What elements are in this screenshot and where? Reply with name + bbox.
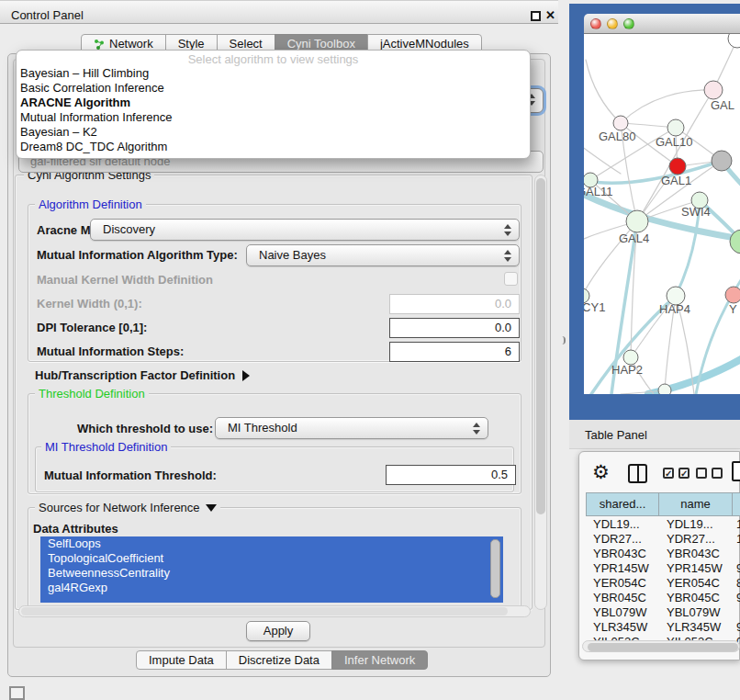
algorithm-definition-title: Algorithm Definition — [35, 198, 146, 211]
algorithm-option[interactable]: Basic Correlation Inference — [17, 81, 530, 96]
table-cell: YLR345W — [659, 620, 733, 635]
settings-hscrollbar[interactable] — [18, 605, 531, 617]
attribute-item[interactable]: BetweennessCentrality — [40, 566, 503, 581]
table-cell: 8. — [733, 576, 740, 591]
cyni-mode-tabs: Impute DataDiscretize DataInfer Network — [136, 650, 428, 670]
kernel-width-field[interactable]: 0.0 — [389, 294, 520, 314]
table-cell: YER054C — [659, 576, 733, 591]
table-row[interactable]: YPR145WYPR145W9. — [586, 561, 740, 576]
network-node-gal1[interactable] — [669, 158, 686, 175]
table-cell: YBR043C — [659, 547, 733, 561]
table-row[interactable]: YLR345WYLR345W9. — [586, 620, 740, 635]
table-hscrollbar[interactable] — [582, 640, 740, 652]
mac-close-icon[interactable] — [590, 18, 601, 29]
settings-vscrollbar-thumb[interactable] — [536, 178, 545, 514]
minimized-panel-icon[interactable] — [9, 686, 25, 700]
data-attributes-label: Data Attributes — [33, 522, 118, 536]
document-icon[interactable] — [732, 461, 740, 481]
network-node-node-bottom[interactable] — [658, 384, 671, 394]
data-attributes-list[interactable]: SelfLoopsTopologicalCoefficientBetweenne… — [40, 536, 503, 603]
table-row[interactable]: YBR043CYBR043C — [586, 547, 740, 561]
table-cell: YLR345W — [586, 620, 659, 635]
table-cell: YDR27... — [659, 532, 733, 547]
network-node-label: GCY1 — [584, 300, 605, 314]
network-node-big-green[interactable] — [730, 230, 740, 254]
deselect-checkbox-icon[interactable] — [696, 468, 707, 479]
apply-button[interactable]: Apply — [246, 621, 310, 641]
table-row[interactable]: YDR27...YDR27...12 — [586, 532, 740, 547]
settings-vscrollbar[interactable] — [534, 175, 547, 610]
sources-title: Sources for Network Inference — [39, 501, 200, 514]
splitter-handle[interactable] — [561, 336, 566, 344]
table-hscrollbar-thumb[interactable] — [588, 643, 738, 651]
aracne-mode-combo[interactable]: Discovery — [90, 219, 520, 241]
aracne-mode-value: Discovery — [103, 222, 155, 236]
split-columns-icon[interactable] — [628, 464, 647, 483]
network-node-label: SWI4 — [681, 205, 711, 219]
deselect-checkbox-icon[interactable] — [712, 468, 723, 479]
collapsed-arrow-icon — [242, 370, 250, 381]
mac-minimize-icon[interactable] — [607, 18, 618, 29]
select-all-checkbox-icon[interactable]: ✓ — [663, 468, 674, 479]
network-node-gal10[interactable] — [667, 119, 684, 136]
mi-steps-field[interactable]: 6 — [389, 342, 520, 362]
which-threshold-label: Which threshold to use: — [77, 422, 213, 435]
algorithm-option[interactable]: Bayesian – K2 — [17, 125, 530, 140]
select-all-checkbox-icon[interactable]: ✓ — [678, 468, 690, 479]
attribute-item[interactable]: SelfLoops — [40, 536, 503, 551]
mi-steps-label: Mutual Information Steps: — [37, 344, 184, 358]
attribute-item[interactable]: TopologicalCoefficient — [40, 551, 503, 566]
network-node-label: HAP2 — [611, 363, 643, 377]
column-header-1[interactable]: shared... — [586, 492, 659, 516]
tab-discretize-data[interactable]: Discretize Data — [226, 650, 332, 670]
network-node-gal-partial[interactable] — [704, 81, 723, 99]
tab-impute-data[interactable]: Impute Data — [136, 650, 227, 670]
expanded-arrow-icon — [206, 504, 217, 512]
kernel-width-label: Kernel Width (0,1): — [37, 297, 142, 310]
network-node-gray-node[interactable] — [712, 151, 732, 171]
table-cell — [733, 605, 740, 620]
table-body: YDL19...YDL19...13YDR27...YDR27...12YBR0… — [586, 517, 740, 642]
mi-threshold-label: Mutual Information Threshold: — [44, 469, 217, 482]
mi-threshold-field[interactable]: 0.5 — [386, 465, 516, 485]
which-threshold-combo[interactable]: MI Threshold — [215, 417, 488, 439]
table-cell: 9. — [733, 561, 740, 576]
manual-kernel-checkbox[interactable] — [504, 272, 518, 286]
column-header-3[interactable]: A — [733, 492, 740, 516]
algorithm-option[interactable]: ARACNE Algorithm — [17, 96, 530, 110]
mi-algorithm-type-combo[interactable]: Naive Bayes — [246, 244, 520, 266]
control-panel-titlebar[interactable] — [0, 0, 558, 24]
settings-hscrollbar-thumb[interactable] — [21, 607, 508, 615]
network-node-y-partial[interactable] — [725, 287, 740, 303]
mac-zoom-icon[interactable] — [623, 18, 634, 29]
hub-definition-toggle[interactable]: Hub/Transcription Factor Definition — [35, 368, 250, 382]
attribute-item[interactable]: gal4RGexp — [40, 581, 503, 595]
network-canvas[interactable]: GALGAL80GAL10GAL1GAL11SWI4GAL4GCY1HAP4YH… — [584, 34, 740, 394]
column-header-2[interactable]: name — [659, 492, 733, 516]
gear-icon[interactable]: ⚙ — [592, 461, 610, 483]
algorithm-option[interactable]: Dream8 DC_TDC Algorithm — [17, 140, 530, 154]
network-node-label: GAL80 — [599, 130, 635, 143]
algorithm-option[interactable]: Mutual Information Inference — [17, 110, 530, 125]
network-edge — [586, 60, 621, 123]
attributes-scrollbar-thumb[interactable] — [490, 539, 500, 598]
dpi-tolerance-field[interactable]: 0.0 — [389, 318, 520, 338]
table-cell: YDL19... — [659, 517, 733, 532]
close-icon[interactable]: ✕ — [545, 8, 555, 22]
table-cell: 12 — [733, 532, 740, 547]
table-row[interactable]: YER054CYER054C8. — [586, 576, 740, 591]
table-cell: 9. — [733, 620, 740, 635]
tab-infer-network[interactable]: Infer Network — [331, 650, 428, 670]
network-node-node-top[interactable] — [728, 34, 740, 48]
table-panel-title: Table Panel — [585, 428, 647, 442]
table-row[interactable]: YBR045CYBR045C9. — [586, 591, 740, 605]
algorithm-option[interactable]: Bayesian – Hill Climbing — [17, 66, 530, 81]
table-row[interactable]: YBL079WYBL079W — [586, 605, 740, 620]
sources-title-wrap[interactable]: Sources for Network Inference — [35, 501, 220, 514]
network-node-gal4[interactable] — [626, 210, 648, 232]
table-cell: YBR043C — [586, 547, 659, 561]
network-node-gal80[interactable] — [613, 116, 628, 130]
table-row[interactable]: YDL19...YDL19...13 — [586, 517, 740, 532]
float-window-icon[interactable] — [531, 11, 541, 21]
table-cell: YBL079W — [659, 605, 733, 620]
